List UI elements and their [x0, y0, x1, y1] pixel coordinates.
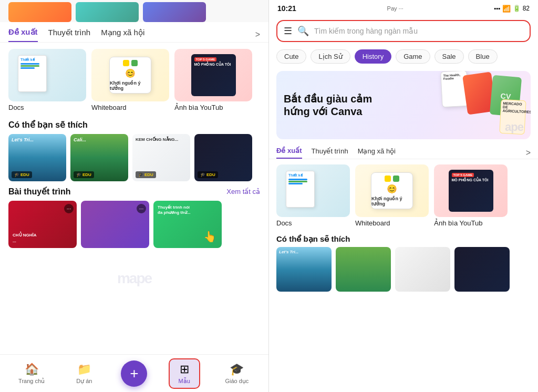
r-youtube-card[interactable]: TOP 5 GAME MÔ PHỎNG CỦA TÔI [434, 164, 508, 217]
sugg-card-4[interactable]: EDU [194, 134, 252, 181]
right-template-row: Thiết kế Docs 😊 [269, 159, 538, 229]
wb-inner-card: 😊 Khơi nguồn ý tưởng [109, 57, 151, 94]
r-sugg-3[interactable] [395, 247, 450, 292]
sugg-badge-3: EDU [136, 171, 156, 178]
left-panel: Đề xuất Thuyết trình Mạng xã hội > Thiết… [0, 0, 269, 392]
tab-de-xuat[interactable]: Đề xuất [8, 27, 38, 42]
r-whiteboard-label: Whiteboard [355, 219, 429, 227]
right-panel: 10:21 Pay ··· ▪▪▪ 📶 🔋 82 ☰ 🔍 Tìm kiếm tr… [269, 0, 538, 392]
r-sugg-1[interactable]: Let's Tri... [276, 247, 332, 292]
sugg-badge-4: EDU [198, 171, 218, 178]
chip-blue[interactable]: Blue [468, 49, 498, 64]
tab-mang-xa-hoi[interactable]: Mạng xã hội [101, 28, 144, 42]
top-card-2 [76, 2, 139, 22]
home-icon: 🏠 [25, 363, 39, 376]
left-scroll: Đề xuất Thuyết trình Mạng xã hội > Thiết… [0, 0, 268, 354]
r-tab-more[interactable]: > [526, 148, 531, 158]
r-yt-inner: TOP 5 GAME MÔ PHỎNG CỦA TÔI [449, 170, 493, 212]
wifi-icon: 📶 [502, 5, 511, 13]
nav-giao-duc[interactable]: 🎓 Giáo dục [221, 363, 253, 385]
pres-card-1[interactable]: ··· CHỦ NGHĨA... [8, 201, 77, 248]
nav-trang-chu-label: Trang chủ [18, 378, 45, 385]
r-youtube-label: Ảnh bìa YouTub [434, 219, 508, 227]
bottom-nav: 🏠 Trang chủ 📁 Dự án + ⊞ Mẫu 🎓 Giáo dục [0, 354, 268, 392]
r-wb-inner: 😊 Khơi nguồn ý tưởng [371, 172, 413, 209]
r-docs-col: Thiết kế Docs [276, 164, 350, 227]
chip-game[interactable]: Game [396, 49, 430, 64]
whiteboard-label: Whiteboard [91, 104, 169, 111]
r-tab-thuyet-trinh[interactable]: Thuyết trình [312, 147, 348, 158]
whiteboard-template-card[interactable]: 😊 Khơi nguồn ý tưởng [91, 49, 169, 101]
banner-text: Bắt đầu giàu cảm hứng với Canva [284, 92, 389, 118]
right-watermark: ape [505, 120, 523, 134]
presentation-row: ··· CHỦ NGHĨA... ··· Thuyết trình nóiđa … [0, 201, 268, 248]
chip-history[interactable]: History [355, 49, 391, 64]
whiteboard-col: 😊 Khơi nguồn ý tưởng Whiteboard [91, 49, 169, 111]
suggested-title: Có thể bạn sẽ thích [0, 114, 268, 134]
r-docs-card[interactable]: Thiết kế [276, 164, 350, 217]
docs-col: Thiết kế Docs [8, 49, 86, 111]
nav-mau[interactable]: ⊞ Mẫu [169, 358, 200, 389]
r-doc-page: Thiết kế [286, 171, 315, 208]
tab-thuyet-trinh[interactable]: Thuyết trình [48, 28, 91, 42]
signal-icon: ▪▪▪ [494, 5, 501, 12]
search-bar[interactable]: ☰ 🔍 Tìm kiếm trong hàng ngàn mẫu [276, 20, 531, 42]
battery-icon: 🔋 82 [513, 5, 530, 12]
sugg-badge-2: EDU [74, 171, 94, 178]
r-tab-mang-xa-hoi[interactable]: Mạng xã hội [358, 147, 396, 158]
template-row: Thiết kế Docs [0, 43, 268, 114]
search-icon: 🔍 [297, 25, 309, 37]
r-whiteboard-card[interactable]: 😊 Khơi nguồn ý tưởng [355, 164, 429, 217]
docs-label: Docs [8, 104, 86, 111]
template-icon: ⊞ [180, 363, 189, 376]
right-category-tabs: Đề xuất Thuyết trình Mạng xã hội > [269, 142, 538, 159]
nav-giao-duc-label: Giáo dục [225, 378, 249, 385]
r-sugg-4[interactable] [454, 247, 510, 292]
pres-more-btn-1[interactable]: ··· [64, 204, 74, 213]
sugg-card-2[interactable]: Cali... EDU [70, 134, 128, 181]
see-all-link[interactable]: Xem tất cả [226, 188, 260, 195]
right-suggested-title: Có thể bạn sẽ thích [269, 229, 538, 247]
nav-plus-button[interactable]: + [121, 360, 147, 387]
presentation-title: Bài thuyết trình [8, 187, 70, 197]
youtube-col: TOP 5 GAME MÔ PHỎNG CỦA TÔI Ảnh bìa YouT… [174, 49, 252, 111]
folder-icon: 📁 [77, 363, 91, 376]
doc-page-bg: Thiết kế [18, 55, 47, 92]
nav-mau-label: Mẫu [179, 378, 190, 385]
category-tabs: Đề xuất Thuyết trình Mạng xã hội > [0, 22, 268, 43]
nav-trang-chu[interactable]: 🏠 Trang chủ [16, 363, 47, 385]
nav-du-an-label: Dự án [76, 378, 92, 385]
r-docs-label: Docs [276, 219, 350, 227]
pres-more-btn-2[interactable]: ··· [137, 204, 146, 213]
presentation-header: Bài thuyết trình Xem tất cả [0, 181, 268, 201]
top-card-1 [8, 2, 71, 22]
right-suggested-row: Let's Tri... [269, 247, 538, 292]
status-time: 10:21 [277, 4, 296, 13]
r-youtube-col: TOP 5 GAME MÔ PHỎNG CỦA TÔI Ảnh bìa YouT… [434, 164, 508, 227]
chip-lich-su[interactable]: Lịch Sử [311, 49, 350, 64]
sugg-card-1[interactable]: Let's Tri... EDU [8, 134, 66, 181]
r-tab-de-xuat[interactable]: Đề xuất [276, 147, 302, 159]
pres-card-3[interactable]: Thuyết trình nóiđa phương thứ... 👆 [153, 201, 222, 248]
tab-more[interactable]: > [255, 30, 260, 39]
filter-chips: Cute Lịch Sử History Game Sale Blue [269, 45, 538, 68]
status-bar: 10:21 Pay ··· ▪▪▪ 📶 🔋 82 [269, 0, 538, 17]
youtube-label: Ảnh bìa YouTub [174, 104, 252, 111]
sugg-card-3[interactable]: KEM CHỐNG NẮNG... EDU [132, 134, 190, 181]
pointing-hand: 👆 [203, 230, 216, 243]
sugg-badge-1: EDU [12, 171, 32, 178]
youtube-template-card[interactable]: TOP 5 GAME MÔ PHỎNG CỦA TÔI [174, 49, 252, 101]
r-sugg-2[interactable] [336, 247, 391, 292]
nav-du-an[interactable]: 📁 Dự án [68, 363, 100, 385]
search-placeholder[interactable]: Tìm kiếm trong hàng ngàn mẫu [314, 27, 523, 35]
banner: Bắt đầu giàu cảm hứng với Canva The Heal… [276, 71, 531, 139]
education-icon: 🎓 [230, 363, 244, 376]
pres-card-2[interactable]: ··· [81, 201, 149, 248]
hamburger-icon[interactable]: ☰ [284, 25, 292, 37]
r-whiteboard-col: 😊 Khơi nguồn ý tưởng Whiteboard [355, 164, 429, 227]
status-icons: ▪▪▪ 📶 🔋 82 [494, 5, 530, 13]
chip-sale[interactable]: Sale [434, 49, 464, 64]
docs-template-card[interactable]: Thiết kế [8, 49, 86, 101]
suggested-row: Let's Tri... EDU Cali... EDU KEM CHỐNG N… [0, 134, 268, 181]
chip-cute[interactable]: Cute [276, 49, 306, 64]
